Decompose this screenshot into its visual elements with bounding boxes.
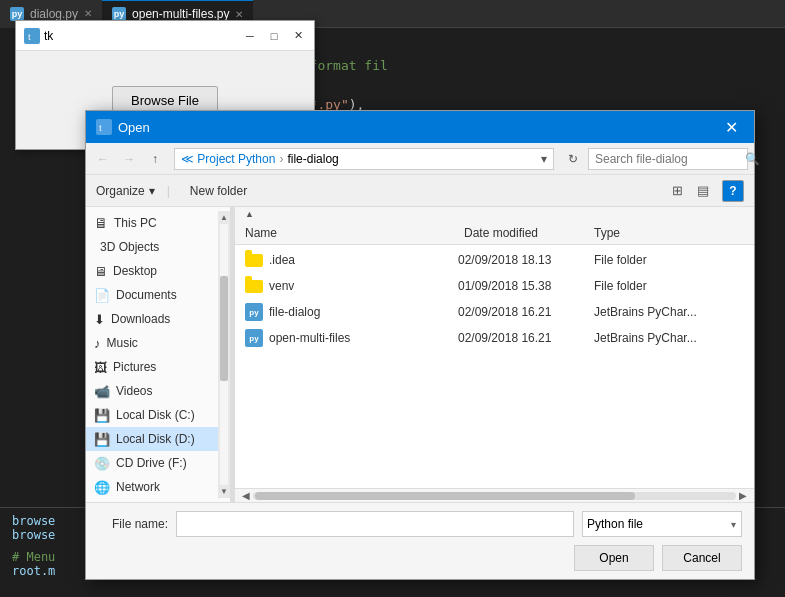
sidebar-item-pictures[interactable]: 🖼 Pictures (86, 355, 218, 379)
left-scroll-thumb[interactable] (220, 276, 228, 380)
tk-minimize-btn[interactable]: ─ (242, 28, 258, 44)
tk-maximize-btn[interactable]: □ (266, 28, 282, 44)
svg-text:t: t (99, 122, 102, 133)
sidebar-item-downloads[interactable]: ⬇ Downloads (86, 307, 218, 331)
file-row-open-multi-files[interactable]: py open-multi-files 02/09/2018 16.21 Jet… (235, 325, 754, 351)
filename-label: File name: (98, 517, 168, 531)
folder-icon-venv (245, 280, 263, 293)
nav-up-button[interactable]: ↑ (144, 148, 166, 170)
cd-icon: 💿 (94, 456, 110, 471)
sidebar-item-videos[interactable]: 📹 Videos (86, 379, 218, 403)
filetype-select[interactable]: Python file All files (582, 511, 742, 537)
col-header-name[interactable]: Name (245, 226, 464, 240)
dialog-title-icon: t (96, 119, 112, 135)
hscroll-thumb[interactable] (255, 492, 635, 500)
network-icon: 🌐 (94, 480, 110, 495)
sidebar-music-label: Music (107, 336, 138, 350)
sidebar-item-cd-drive[interactable]: 💿 CD Drive (F:) (86, 451, 218, 475)
py-tab-icon2: py (112, 7, 126, 21)
organize-label: Organize (96, 184, 145, 198)
file-date-venv: 01/09/2018 15.38 (458, 279, 588, 293)
left-scroll-track (220, 224, 228, 485)
help-button[interactable]: ? (722, 180, 744, 202)
file-type-idea: File folder (594, 253, 744, 267)
tab-dialog-py-close[interactable]: ✕ (84, 8, 92, 19)
tk-title-text: tk (44, 29, 53, 43)
sidebar-3d-label: 3D Objects (100, 240, 159, 254)
file-row-venv[interactable]: venv 01/09/2018 15.38 File folder (235, 273, 754, 299)
tk-close-btn[interactable]: ✕ (290, 28, 306, 44)
horizontal-scrollbar[interactable]: ◀ ▶ (235, 488, 754, 502)
disk-c-icon: 💾 (94, 408, 110, 423)
disk-d-icon: 💾 (94, 432, 110, 447)
left-scroll-up[interactable]: ▲ (220, 213, 228, 222)
file-type-venv: File folder (594, 279, 744, 293)
file-row-idea[interactable]: .idea 02/09/2018 18.13 File folder (235, 247, 754, 273)
sidebar-pictures-label: Pictures (113, 360, 156, 374)
file-name-file-dialog: file-dialog (269, 305, 452, 319)
py-tab-icon: py (10, 7, 24, 21)
cancel-button[interactable]: Cancel (662, 545, 742, 571)
file-type-open-multi: JetBrains PyChar... (594, 331, 744, 345)
breadcrumb-bar[interactable]: ≪ Project Python › file-dialog ▾ (174, 148, 554, 170)
refresh-button[interactable]: ↻ (562, 148, 584, 170)
svg-text:t: t (28, 31, 31, 42)
sidebar-item-music[interactable]: ♪ Music (86, 331, 218, 355)
left-scrollbar[interactable]: ▲ ▼ (218, 211, 230, 498)
dialog-content: 🖥 This PC 3D Objects 🖥 Desktop 📄 Documen… (86, 207, 754, 502)
sidebar-item-3d-objects[interactable]: 3D Objects (86, 235, 218, 259)
nav-forward-button[interactable]: → (118, 148, 140, 170)
dialog-close-button[interactable]: ✕ (718, 114, 744, 140)
sidebar-item-desktop[interactable]: 🖥 Desktop (86, 259, 218, 283)
file-date-idea: 02/09/2018 18.13 (458, 253, 588, 267)
dialog-nav-toolbar: ← → ↑ ≪ Project Python › file-dialog ▾ ↻… (86, 143, 754, 175)
left-panel: 🖥 This PC 3D Objects 🖥 Desktop 📄 Documen… (86, 207, 231, 502)
view-list-btn[interactable]: ⊞ (666, 180, 688, 202)
tab-open-multi-label: open-multi-files.py (132, 7, 229, 21)
breadcrumb-part1: ≪ Project Python (181, 152, 275, 166)
sidebar-disk-d-label: Local Disk (D:) (116, 432, 195, 446)
dialog-title-left: t Open (96, 119, 150, 135)
sidebar-item-this-pc[interactable]: 🖥 This PC (86, 211, 218, 235)
sidebar-desktop-label: Desktop (113, 264, 157, 278)
desktop-icon: 🖥 (94, 264, 107, 279)
file-type-file-dialog: JetBrains PyChar... (594, 305, 744, 319)
nav-back-button[interactable]: ← (92, 148, 114, 170)
tk-title-icon: t (24, 28, 40, 44)
tk-titlebar: t tk ─ □ ✕ (16, 21, 314, 51)
file-row-file-dialog[interactable]: py file-dialog 02/09/2018 16.21 JetBrain… (235, 299, 754, 325)
sort-arrow-area: ▲ (235, 207, 754, 221)
col-header-date[interactable]: Date modified (464, 226, 594, 240)
open-button[interactable]: Open (574, 545, 654, 571)
sidebar-this-pc-label: This PC (114, 216, 157, 230)
left-scroll-down[interactable]: ▼ (220, 487, 228, 496)
file-date-open-multi: 02/09/2018 16.21 (458, 331, 588, 345)
tab-open-multi-close[interactable]: ✕ (235, 9, 243, 20)
sidebar-item-documents[interactable]: 📄 Documents (86, 283, 218, 307)
organize-arrow-icon: ▾ (149, 184, 155, 198)
filename-input[interactable] (176, 511, 574, 537)
organize-button[interactable]: Organize ▾ (96, 184, 155, 198)
filetype-select-wrapper: Python file All files ▾ (582, 511, 742, 537)
action-row: Open Cancel (98, 545, 742, 571)
sidebar-videos-label: Videos (116, 384, 152, 398)
col-header-type[interactable]: Type (594, 226, 744, 240)
sidebar-item-network[interactable]: 🌐 Network (86, 475, 218, 498)
sidebar-item-local-disk-d[interactable]: 💾 Local Disk (D:) (86, 427, 218, 451)
file-list: .idea 02/09/2018 18.13 File folder venv … (235, 245, 754, 488)
file-name-open-multi: open-multi-files (269, 331, 452, 345)
new-folder-button[interactable]: New folder (190, 184, 247, 198)
view-details-btn[interactable]: ▤ (692, 180, 714, 202)
tab-dialog-py-label: dialog.py (30, 7, 78, 21)
search-box: 🔍 (588, 148, 748, 170)
breadcrumb-dropdown[interactable]: ▾ (541, 152, 547, 166)
filename-row: File name: Python file All files ▾ (98, 511, 742, 537)
search-input[interactable] (595, 152, 745, 166)
hscroll-left-arrow[interactable]: ◀ (239, 490, 253, 501)
file-date-file-dialog: 02/09/2018 16.21 (458, 305, 588, 319)
tk-controls: ─ □ ✕ (242, 28, 306, 44)
sidebar-item-local-disk-c[interactable]: 💾 Local Disk (C:) (86, 403, 218, 427)
file-name-venv: venv (269, 279, 452, 293)
search-icon: 🔍 (745, 152, 760, 166)
hscroll-right-arrow[interactable]: ▶ (736, 490, 750, 501)
